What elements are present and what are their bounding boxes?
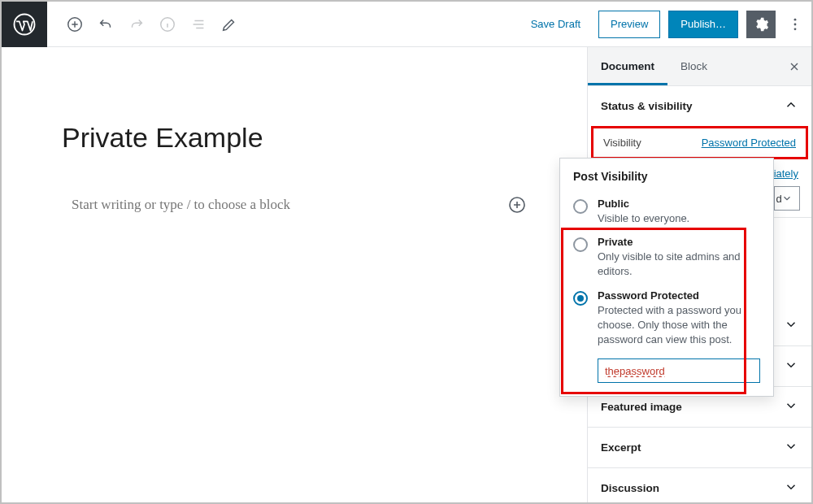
outline-button: [184, 10, 213, 39]
panel-header-discussion[interactable]: Discussion: [588, 468, 811, 504]
sidebar-close-button[interactable]: [777, 47, 811, 85]
settings-button[interactable]: [746, 11, 776, 38]
info-button: [153, 10, 182, 39]
visibility-value-link[interactable]: Password Protected: [702, 137, 796, 149]
radio-private[interactable]: [573, 237, 588, 252]
gear-icon: [753, 16, 769, 33]
undo-button[interactable]: [91, 10, 120, 39]
option-desc: Visible to everyone.: [598, 211, 689, 226]
editor-canvas: Private Example Start writing or type / …: [2, 47, 585, 502]
password-input[interactable]: [598, 358, 760, 383]
list-icon: [189, 15, 207, 33]
panel-title: Excerpt: [601, 441, 641, 454]
svg-point-5: [794, 28, 797, 30]
add-block-button[interactable]: [60, 10, 89, 39]
inline-add-block-button[interactable]: [506, 193, 528, 216]
chevron-down-icon: [784, 358, 798, 375]
panel-title: Featured image: [601, 401, 682, 413]
svg-point-4: [794, 23, 797, 25]
visibility-option-private[interactable]: Private Only visible to site admins and …: [573, 231, 760, 284]
post-visibility-popover: Post Visibility Public Visible to everyo…: [559, 158, 774, 397]
radio-public[interactable]: [573, 199, 588, 214]
edit-mode-button[interactable]: [215, 10, 244, 39]
tab-document[interactable]: Document: [588, 47, 667, 85]
kebab-icon: [787, 16, 803, 33]
visibility-option-password[interactable]: Password Protected Protected with a pass…: [573, 285, 760, 353]
chevron-down-icon: [781, 193, 793, 204]
preview-button[interactable]: Preview: [598, 11, 660, 38]
chevron-up-icon: [784, 98, 798, 115]
body-placeholder-row: Start writing or type / to choose a bloc…: [72, 193, 528, 216]
undo-icon: [97, 15, 115, 33]
sidebar-tabs: Document Block: [588, 47, 811, 86]
tab-block[interactable]: Block: [667, 47, 720, 85]
more-menu-button[interactable]: [779, 11, 811, 38]
app-frame: Save Draft Preview Publish… Private Exam…: [0, 0, 813, 504]
tool-row: [47, 10, 244, 39]
redo-icon: [128, 15, 146, 33]
popover-title: Post Visibility: [573, 170, 760, 183]
wordpress-icon: [12, 12, 37, 37]
panel-header-excerpt[interactable]: Excerpt: [588, 428, 811, 467]
chevron-down-icon: [784, 317, 798, 334]
panel-excerpt: Excerpt: [588, 428, 811, 468]
redo-button: [122, 10, 151, 39]
publish-value-link[interactable]: iately: [774, 167, 798, 180]
post-format-select[interactable]: d: [774, 186, 800, 211]
option-body: Password Protected Protected with a pass…: [598, 289, 760, 348]
body-placeholder[interactable]: Start writing or type / to choose a bloc…: [72, 197, 290, 213]
option-title: Private: [598, 236, 760, 248]
option-body: Private Only visible to site admins and …: [598, 236, 760, 279]
option-title: Public: [598, 198, 689, 210]
post-title[interactable]: Private Example: [62, 122, 263, 154]
info-icon: [159, 15, 176, 33]
publish-button[interactable]: Publish…: [668, 11, 738, 38]
wordpress-logo[interactable]: [2, 2, 47, 47]
visibility-row: Visibility Password Protected: [591, 126, 808, 159]
close-icon: [788, 60, 801, 73]
format-visible-char: d: [776, 193, 781, 205]
plus-circle-icon: [66, 15, 84, 33]
chevron-down-icon: [784, 480, 798, 497]
save-draft-button[interactable]: Save Draft: [523, 11, 589, 37]
option-desc: Protected with a password you choose. On…: [598, 303, 760, 348]
visibility-label: Visibility: [603, 137, 641, 149]
panel-header-status[interactable]: Status & visibility: [588, 86, 811, 126]
plus-circle-icon: [507, 195, 527, 215]
top-toolbar: Save Draft Preview Publish…: [2, 2, 811, 47]
chevron-down-icon: [784, 398, 798, 415]
panel-discussion: Discussion: [588, 468, 811, 504]
panel-title: Discussion: [601, 482, 659, 494]
option-title: Password Protected: [598, 289, 760, 302]
visibility-option-public[interactable]: Public Visible to everyone.: [573, 193, 760, 231]
option-body: Public Visible to everyone.: [598, 198, 689, 226]
svg-point-3: [794, 18, 797, 20]
panel-title: Status & visibility: [601, 100, 693, 112]
radio-password[interactable]: [573, 291, 588, 306]
option-desc: Only visible to site admins and editors.: [598, 250, 760, 279]
pencil-icon: [220, 15, 238, 33]
chevron-down-icon: [784, 439, 798, 456]
